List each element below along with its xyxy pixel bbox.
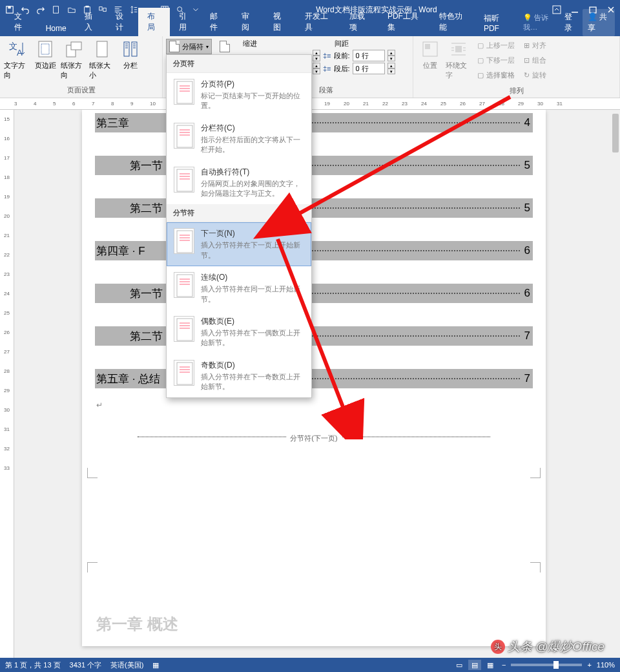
- send-backward-button: ▢ 下移一层: [474, 54, 518, 67]
- svg-rect-31: [177, 319, 192, 341]
- new-icon[interactable]: [49, 3, 63, 17]
- spacing-after-input[interactable]: [353, 63, 385, 74]
- toc-row: 第五章 · 总结7: [82, 366, 546, 392]
- dropdown-section-sectionbreaks: 分节符: [167, 204, 311, 222]
- toc-row: 第四章 · F6: [82, 238, 546, 264]
- margins-button[interactable]: 页边距: [32, 39, 58, 70]
- spin-down[interactable]: ▼: [313, 56, 320, 61]
- toc-row: 第二节5: [82, 195, 546, 221]
- svg-rect-26: [177, 81, 192, 103]
- group-button: ⊡ 组合: [521, 54, 550, 67]
- zoom-slider[interactable]: [511, 664, 582, 666]
- status-bar: 第 1 页，共 13 页 3431 个字 英语(美国) ▦ ▭ ▤ ▦ − + …: [0, 658, 620, 672]
- tab-foxit[interactable]: 福昕PDF: [475, 10, 519, 36]
- tab-mailings[interactable]: 邮件: [201, 8, 232, 36]
- zoom-level[interactable]: 110%: [597, 661, 615, 669]
- dropdown-item[interactable]: 偶数页(E)插入分节符并在下一偶数页上开始新节。: [167, 310, 311, 354]
- tab-addins[interactable]: 加载项: [340, 8, 378, 36]
- tab-insert[interactable]: 插入: [76, 8, 107, 36]
- dropdown-item[interactable]: 奇数页(D)插入分节符并在下一奇数页上开始新节。: [167, 354, 311, 398]
- wrap-text-button: 环绕文字: [446, 39, 471, 80]
- svg-rect-2: [54, 6, 59, 14]
- svg-rect-30: [177, 275, 192, 297]
- page-icon: [220, 41, 230, 52]
- spacing-before-input[interactable]: [353, 50, 385, 61]
- toc-row: 第一节6: [82, 280, 546, 306]
- vertical-ruler[interactable]: 15161718192021222324252627282930313233: [0, 110, 14, 658]
- tab-special[interactable]: 特色功能: [430, 8, 475, 36]
- watermark: 头头条 @爆炒Office: [491, 638, 604, 655]
- svg-rect-28: [177, 169, 192, 191]
- toc-row: 第一节5: [82, 152, 546, 178]
- language[interactable]: 英语(美国): [110, 660, 143, 670]
- breaks-dropdown: 分页符 分页符(P)标记一页结束与下一页开始的位置。分栏符(C)指示分栏符后面的…: [166, 54, 312, 398]
- tab-review[interactable]: 审阅: [232, 8, 264, 36]
- dropdown-section-pagebreaks: 分页符: [167, 55, 311, 73]
- text-direction-button[interactable]: 文A 文字方向: [4, 39, 30, 80]
- tab-developer[interactable]: 开发工具: [296, 8, 340, 36]
- zoom-out-icon[interactable]: −: [502, 661, 506, 669]
- tab-layout[interactable]: 布局: [138, 8, 170, 36]
- web-layout-icon[interactable]: ▦: [484, 660, 497, 670]
- toc-row: 第三章4: [82, 110, 546, 136]
- tell-me-input[interactable]: 💡 告诉我…: [519, 10, 559, 35]
- page-1: 第三章4第一节5第二节5第四章 · F6第一节6第二节7第五章 · 总结7 ↵ …: [82, 110, 546, 646]
- dropdown-item[interactable]: 自动换行符(T)分隔网页上的对象周围的文字，如分隔题注文字与正文。: [167, 161, 311, 205]
- breaks-button[interactable]: 分隔符 ▾: [166, 39, 212, 54]
- toc-row: 第二节7: [82, 323, 546, 349]
- position-button: 位置: [417, 39, 443, 70]
- group-page-setup-label: 页面设置: [0, 84, 162, 98]
- svg-rect-25: [455, 46, 462, 52]
- svg-rect-20: [97, 41, 107, 57]
- spacing-label: 间距: [335, 39, 349, 48]
- tab-view[interactable]: 视图: [264, 8, 296, 36]
- login-link[interactable]: 登录: [564, 12, 577, 34]
- tab-references[interactable]: 引用: [170, 8, 202, 36]
- dropdown-item[interactable]: 连续(O)插入分节符并在同一页上开始新节。: [167, 266, 311, 310]
- group-arrange-label: 排列: [413, 85, 619, 98]
- svg-rect-19: [71, 42, 81, 50]
- indent-label: 缩进: [243, 39, 257, 48]
- columns-button[interactable]: 分栏: [118, 39, 143, 70]
- breaks-icon: [169, 41, 180, 52]
- share-button[interactable]: 👤 共享: [583, 9, 615, 36]
- print-layout-icon[interactable]: ▤: [468, 660, 481, 670]
- ribbon-tabs: 文件 Home 插入 设计 布局 引用 邮件 审阅 视图 开发工具 加载项 PD…: [0, 19, 620, 36]
- macro-icon[interactable]: ▦: [152, 661, 159, 669]
- tab-file[interactable]: 文件: [5, 8, 37, 36]
- tab-pdftools[interactable]: PDF工具集: [378, 8, 430, 36]
- paragraph-mark: ↵: [96, 401, 103, 410]
- vertical-scrollbar[interactable]: [611, 110, 620, 658]
- zoom-in-icon[interactable]: +: [587, 661, 591, 669]
- svg-text:A: A: [17, 48, 23, 58]
- line-numbers-button[interactable]: [216, 39, 233, 54]
- tab-home[interactable]: Home: [37, 21, 76, 36]
- rotate-button: ↻ 旋转: [521, 68, 550, 82]
- align-button: ⊞ 对齐: [521, 39, 550, 52]
- dropdown-item[interactable]: 下一页(N)插入分节符并在下一页上开始新节。: [167, 222, 311, 266]
- dropdown-item[interactable]: 分页符(P)标记一页结束与下一页开始的位置。: [167, 73, 311, 117]
- svg-rect-24: [425, 44, 430, 49]
- selection-pane-button[interactable]: ▢ 选择窗格: [474, 68, 518, 82]
- read-mode-icon[interactable]: ▭: [453, 660, 466, 670]
- paper-size-button[interactable]: 纸张大小: [89, 39, 115, 80]
- word-count[interactable]: 3431 个字: [70, 660, 102, 670]
- section-break: 分节符(下一页): [138, 436, 490, 437]
- chapter-heading: 第一章 概述: [96, 614, 178, 635]
- dropdown-item[interactable]: 分栏符(C)指示分栏符后面的文字将从下一栏开始。: [167, 117, 311, 161]
- scroll-thumb[interactable]: [612, 114, 619, 152]
- document-area[interactable]: 第三章4第一节5第二节5第四章 · F6第一节6第二节7第五章 · 总结7 ↵ …: [14, 110, 611, 658]
- spin-up[interactable]: ▲: [313, 50, 320, 56]
- orientation-button[interactable]: 纸张方向: [61, 39, 87, 80]
- tab-design[interactable]: 设计: [107, 8, 138, 36]
- page-count[interactable]: 第 1 页，共 13 页: [5, 660, 61, 670]
- svg-rect-27: [177, 125, 192, 147]
- svg-rect-29: [177, 231, 192, 253]
- svg-rect-32: [177, 362, 192, 384]
- bring-forward-button: ▢ 上移一层: [474, 39, 518, 52]
